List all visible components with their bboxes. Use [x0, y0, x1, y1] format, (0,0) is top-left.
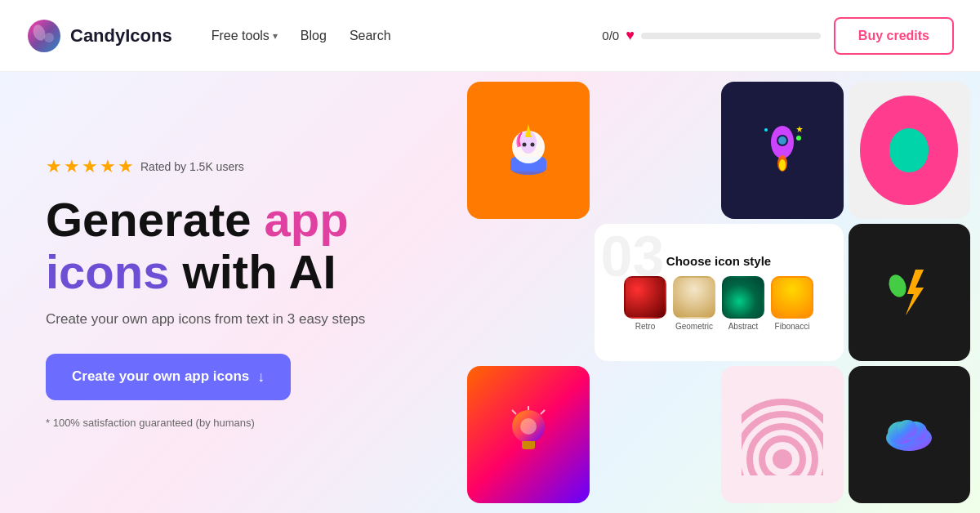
abstract-icon-box — [722, 276, 764, 319]
bulb-icon-cell — [467, 366, 590, 503]
style-fibonacci[interactable]: Fibonacci — [771, 276, 813, 331]
star-4: ★ — [100, 156, 116, 177]
lightning-icon-cell — [849, 224, 971, 361]
star-3: ★ — [82, 156, 98, 177]
title-generate: Generate — [46, 193, 265, 246]
title-app: app — [265, 193, 349, 246]
hero-left: ★ ★ ★ ★ ★ Rated by 1.5K users Generate a… — [0, 72, 457, 513]
logo-icon — [26, 18, 62, 54]
svg-point-16 — [779, 159, 786, 171]
fibonacci-icon-box — [771, 276, 813, 319]
guarantee-text: * 100% satisfaction guaranteed (by human… — [46, 417, 418, 429]
retro-icon-box — [624, 276, 666, 319]
pink-circle-cell — [849, 82, 971, 219]
style-geometric[interactable]: Geometric — [673, 276, 715, 331]
star-1: ★ — [46, 156, 62, 177]
cloud-svg — [876, 402, 942, 467]
abstract-label: Abstract — [728, 322, 759, 331]
stars: ★ ★ ★ ★ ★ — [46, 156, 134, 177]
hero-section: ★ ★ ★ ★ ★ Rated by 1.5K users Generate a… — [0, 72, 980, 513]
stripes-cell — [595, 82, 717, 219]
svg-point-23 — [520, 418, 537, 435]
style-abstract[interactable]: Abstract — [722, 276, 764, 331]
svg-point-28 — [773, 449, 792, 469]
lightning-svg — [876, 260, 942, 325]
nav-search[interactable]: Search — [350, 29, 391, 43]
hero-subtitle: Create your own app icons from text in 3… — [46, 311, 418, 328]
svg-point-32 — [898, 420, 917, 438]
cloud-icon-cell — [849, 366, 971, 503]
header-right: 0/0 ♥ Buy credits — [602, 17, 954, 55]
credits-area: 0/0 ♥ — [602, 27, 821, 44]
svg-point-12 — [764, 128, 768, 132]
rocket-icon-cell — [721, 82, 844, 219]
geometric-icon-box — [673, 276, 715, 319]
title-icons: icons — [46, 245, 170, 298]
heart-icon: ♥ — [626, 27, 635, 44]
credits-bar — [641, 33, 821, 39]
rated-text: Rated by 1.5K users — [140, 160, 244, 173]
svg-point-9 — [530, 143, 534, 147]
credits-count: 0/0 — [602, 29, 619, 42]
logo[interactable]: CandyIcons — [26, 18, 172, 54]
style-icons-row: Retro Geometric Abstract Fibonacci — [624, 276, 813, 331]
teal-dot — [889, 128, 929, 172]
main-nav: Free tools ▾ Blog Search — [212, 29, 391, 43]
nav-blog[interactable]: Blog — [301, 29, 327, 43]
fibonacci-label: Fibonacci — [775, 322, 810, 331]
color-blocks-cell — [467, 224, 590, 361]
hero-right: 03 Choose icon style Retro Geometric Abs… — [457, 72, 980, 513]
logo-text: CandyIcons — [70, 25, 172, 47]
choose-title: Choose icon style — [666, 254, 771, 268]
arrow-down-icon: ↓ — [257, 368, 265, 386]
geometric-label: Geometric — [675, 322, 713, 331]
svg-point-8 — [522, 143, 526, 147]
stars-row: ★ ★ ★ ★ ★ Rated by 1.5K users — [46, 156, 418, 177]
header: CandyIcons Free tools ▾ Blog Search 0/0 … — [0, 0, 980, 72]
unicorn-svg — [496, 118, 561, 183]
svg-marker-14 — [796, 126, 803, 132]
buy-credits-button[interactable]: Buy credits — [834, 17, 954, 55]
svg-point-13 — [796, 136, 801, 141]
svg-marker-7 — [525, 124, 532, 137]
hero-title: Generate app icons with AI — [46, 194, 418, 298]
style-retro[interactable]: Retro — [624, 276, 666, 331]
star-5: ★ — [118, 156, 134, 177]
stripes2-cell — [595, 366, 717, 503]
icon-grid: 03 Choose icon style Retro Geometric Abs… — [467, 82, 970, 503]
pink-circle — [860, 96, 958, 205]
chevron-down-icon: ▾ — [273, 30, 278, 42]
arcs-cell — [721, 366, 844, 503]
arcs-svg — [742, 394, 823, 475]
svg-point-2 — [44, 33, 54, 42]
unicorn-icon-cell — [467, 82, 590, 219]
choose-style-cell: 03 Choose icon style Retro Geometric Abs… — [595, 224, 844, 361]
title-with-ai: with AI — [170, 245, 336, 298]
svg-marker-21 — [906, 270, 924, 315]
svg-point-18 — [778, 136, 786, 145]
retro-label: Retro — [635, 322, 655, 331]
nav-free-tools[interactable]: Free tools ▾ — [212, 29, 278, 43]
bulb-svg — [496, 402, 561, 467]
star-2: ★ — [64, 156, 80, 177]
create-icons-button[interactable]: Create your own app icons ↓ — [46, 354, 291, 400]
rocket-svg — [750, 118, 815, 183]
svg-point-19 — [886, 272, 909, 299]
